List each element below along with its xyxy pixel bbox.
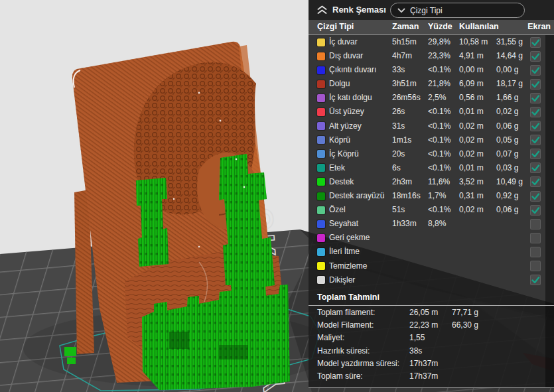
line-type-color-swatch	[317, 122, 325, 130]
total-label: Toplam filament:	[317, 306, 375, 320]
used-length-value: 0,02 m	[459, 119, 484, 133]
table-row: Üst yüzey 26s <0.1% 0,01 m 0,02 g	[309, 105, 554, 119]
line-type-color-swatch	[317, 276, 325, 284]
percent-value: 8,8%	[428, 217, 446, 231]
total-row: Toplam filament: 26,05 m 77,71 g	[309, 306, 554, 318]
line-type-color-swatch	[317, 248, 325, 256]
table-row: İç katı dolgu 26m56s 2,5% 0,56 m 1,66 g	[309, 91, 554, 105]
used-weight-value: 14,64 g	[496, 49, 523, 63]
total-value-2: 66,30 g	[452, 318, 478, 332]
visibility-checkbox[interactable]	[530, 275, 541, 285]
time-value: 33s	[392, 63, 405, 77]
used-weight-value: 10,49 g	[496, 175, 523, 189]
check-icon	[531, 121, 540, 131]
visibility-checkbox[interactable]	[530, 37, 541, 48]
visibility-checkbox[interactable]	[530, 233, 541, 243]
line-type-color-swatch	[317, 52, 325, 60]
line-type-label: Alt yüzey	[329, 119, 362, 133]
panel-title: Renk Şeması	[332, 0, 386, 20]
percent-value: <0.1%	[428, 147, 450, 161]
check-icon	[531, 135, 540, 145]
check-icon	[531, 94, 540, 103]
used-length-value: 0,01 m	[459, 105, 484, 119]
visibility-checkbox[interactable]	[530, 93, 541, 103]
check-icon	[531, 149, 540, 159]
used-weight-value: 18,17 g	[496, 77, 523, 91]
total-value-1: 38s	[409, 344, 422, 358]
used-length-value: 0,02 m	[459, 203, 484, 217]
line-type-color-swatch	[317, 94, 325, 102]
visibility-checkbox[interactable]	[530, 135, 541, 145]
table-row: İç duvar 5h15m 29,8% 10,58 m 31,55 g	[309, 35, 554, 49]
used-weight-value: 0,03 g	[496, 161, 518, 175]
percent-value: <0.1%	[428, 203, 450, 217]
header-percent: Yüzde	[428, 20, 452, 34]
check-icon	[531, 107, 540, 117]
table-row: İleri İtme	[309, 245, 554, 259]
used-length-value: 6,09 m	[459, 77, 484, 91]
check-icon	[531, 38, 540, 47]
line-type-table: İç duvar 5h15m 29,8% 10,58 m 31,55 g Dış…	[309, 35, 554, 287]
collapse-panel-icon[interactable]	[316, 5, 328, 15]
line-type-color-swatch	[317, 66, 325, 74]
percent-value: <0.1%	[428, 133, 450, 147]
used-weight-value: 0,06 g	[496, 203, 518, 217]
check-icon	[531, 192, 540, 201]
totals-title: Toplam Tahmini	[317, 292, 554, 303]
visibility-checkbox[interactable]	[530, 79, 541, 90]
line-type-label: Köprü	[329, 133, 350, 147]
percent-value: <0.1%	[428, 119, 450, 133]
slicer-preview-window: CREALITY	[0, 0, 554, 392]
table-row: Özel 51s <0.1% 0,02 m 0,06 g	[309, 203, 554, 217]
line-type-label: Seyahat	[329, 217, 358, 231]
check-icon	[531, 177, 540, 186]
header-line-type: Çizgi Tipi	[317, 20, 354, 34]
header-screen: Ekran	[519, 20, 551, 34]
line-type-color-swatch	[317, 192, 325, 200]
used-length-value: 0,02 m	[459, 133, 484, 147]
table-row: Seyahat 1h33m 8,8%	[309, 217, 554, 231]
line-type-color-swatch	[317, 178, 325, 186]
line-type-color-swatch	[317, 206, 325, 214]
time-value: 26m56s	[392, 91, 421, 105]
percent-value: 1,7%	[428, 189, 446, 203]
used-length-value: 0,00 m	[459, 63, 484, 77]
percent-value: <0.1%	[428, 105, 450, 119]
time-value: 20s	[392, 147, 405, 161]
visibility-checkbox[interactable]	[530, 191, 541, 202]
visibility-checkbox[interactable]	[530, 149, 541, 159]
line-type-label: Destek arayüzü	[329, 189, 384, 203]
used-length-value: 0,01 m	[459, 161, 484, 175]
line-type-color-swatch	[317, 220, 325, 228]
header-time: Zaman	[392, 20, 419, 34]
visibility-checkbox[interactable]	[530, 176, 541, 187]
color-scheme-dropdown[interactable]: Çizgi Tipi	[390, 3, 525, 18]
visibility-checkbox[interactable]	[530, 205, 541, 216]
line-type-label: Dış duvar	[329, 49, 363, 63]
line-type-label: Geri çekme	[329, 231, 370, 245]
line-type-label: Dolgu	[329, 77, 350, 91]
visibility-checkbox[interactable]	[530, 121, 541, 131]
visibility-checkbox[interactable]	[530, 247, 541, 257]
visibility-checkbox[interactable]	[530, 107, 541, 117]
check-icon	[531, 206, 540, 215]
visibility-checkbox[interactable]	[530, 219, 541, 229]
visibility-checkbox[interactable]	[530, 261, 541, 271]
percent-value: 2,5%	[428, 91, 446, 105]
table-row: Geri çekme	[309, 231, 554, 245]
total-label: Hazırlık süresi:	[317, 344, 370, 358]
line-type-color-swatch	[317, 108, 325, 116]
table-row: Köprü 1m1s <0.1% 0,02 m 0,05 g	[309, 133, 554, 147]
time-value: 4h7m	[392, 49, 412, 63]
visibility-checkbox[interactable]	[530, 163, 541, 173]
visibility-checkbox[interactable]	[530, 65, 541, 76]
check-icon	[531, 66, 540, 75]
line-type-label: İç Köprü	[329, 147, 359, 161]
total-value-1: 26,05 m	[409, 306, 438, 320]
used-weight-value: 0,92 g	[496, 189, 518, 203]
percent-value: 11,6%	[428, 175, 450, 189]
total-value-1: 1,55	[409, 331, 425, 345]
visibility-checkbox[interactable]	[530, 51, 541, 62]
used-weight-value: 1,66 g	[496, 91, 518, 105]
used-length-value: 0,02 m	[459, 147, 484, 161]
